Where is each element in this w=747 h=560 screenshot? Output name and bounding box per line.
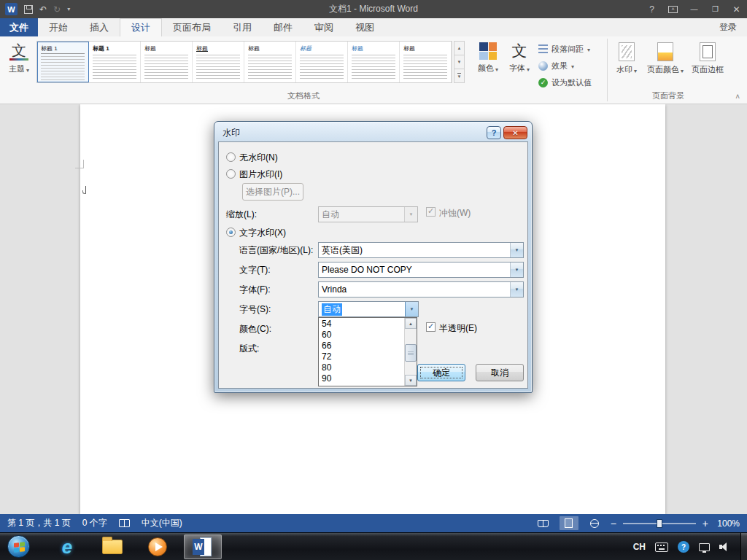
tab-insert[interactable]: 插入 — [79, 18, 120, 36]
themes-button[interactable]: 文 主题 — [4, 42, 34, 74]
language-combobox[interactable]: 英语(美国) — [318, 242, 524, 258]
tab-mailings[interactable]: 邮件 — [263, 18, 303, 36]
scrollbar-track[interactable] — [405, 329, 417, 375]
watermark-button[interactable]: 水印 — [611, 42, 642, 75]
help-icon[interactable] — [641, 0, 662, 18]
text-watermark-label[interactable]: 文字水印(X) — [239, 228, 286, 238]
set-as-default-button[interactable]: 设为默认值 — [538, 76, 608, 89]
font-combobox[interactable]: Vrinda — [318, 281, 524, 298]
tab-references[interactable]: 引用 — [222, 18, 263, 36]
zoom-out-icon[interactable]: − — [611, 518, 616, 529]
dialog-title-bar[interactable]: 水印 — [214, 122, 532, 141]
text-cursor — [85, 186, 86, 194]
taskbar-internet-explorer[interactable] — [48, 534, 86, 559]
dialog-help-icon[interactable] — [487, 126, 501, 139]
semitransparent-label[interactable]: 半透明(E) — [439, 323, 477, 333]
style-set-thumbnail[interactable]: 标题 — [141, 42, 193, 82]
show-desktop-button[interactable] — [740, 533, 747, 560]
paragraph-spacing-button[interactable]: 段落间距 — [538, 42, 608, 55]
scroll-down-icon[interactable] — [405, 375, 417, 386]
ribbon-display-options-icon[interactable] — [662, 0, 684, 18]
zoom-level[interactable]: 100% — [715, 518, 740, 529]
dialog-close-icon[interactable] — [503, 126, 527, 139]
no-watermark-label[interactable]: 无水印(N) — [239, 152, 278, 163]
zoom-slider[interactable] — [623, 523, 696, 524]
taskbar-file-explorer[interactable] — [93, 534, 131, 559]
tab-design[interactable]: 设计 — [120, 18, 162, 36]
collapse-ribbon-icon[interactable] — [735, 93, 740, 101]
style-set-thumbnail[interactable]: 标题 — [244, 42, 296, 82]
style-set-thumbnail[interactable]: 标题 — [296, 42, 348, 82]
chevron-down-icon[interactable] — [510, 282, 523, 297]
size-option[interactable]: 60 — [319, 330, 404, 341]
style-set-thumbnail[interactable]: 标题 1 — [89, 42, 141, 82]
customize-quick-access-icon[interactable] — [67, 7, 70, 12]
zoom-in-icon[interactable]: + — [703, 518, 708, 529]
page-borders-button[interactable]: 页面边框 — [687, 42, 728, 75]
style-set-thumbnail[interactable]: 标题 — [193, 42, 244, 82]
undo-icon[interactable] — [39, 5, 47, 14]
colors-button[interactable]: 颜色 — [474, 42, 502, 74]
print-layout-button[interactable] — [560, 516, 578, 530]
no-watermark-radio[interactable] — [226, 152, 236, 162]
color-label: 颜色(C): — [239, 324, 271, 334]
watermark-text-combobox[interactable]: Please DO NOT COPY — [318, 262, 524, 278]
picture-watermark-radio[interactable] — [226, 169, 236, 179]
page-color-button[interactable]: 页面颜色 — [646, 42, 684, 75]
minimize-icon[interactable] — [684, 0, 705, 18]
language-indicator[interactable]: 中文(中国) — [142, 517, 182, 529]
scrollbar-thumb[interactable] — [405, 344, 417, 362]
input-language-indicator[interactable]: CH — [633, 542, 646, 552]
cancel-button[interactable]: 取消 — [476, 364, 524, 381]
taskbar-word-active[interactable] — [184, 534, 222, 559]
web-layout-button[interactable] — [585, 516, 604, 530]
keyboard-layout-icon[interactable] — [655, 542, 668, 552]
tab-home[interactable]: 开始 — [38, 18, 79, 36]
text-watermark-radio[interactable] — [226, 228, 236, 237]
system-tray: CH — [633, 533, 729, 560]
restore-icon[interactable] — [705, 0, 726, 18]
volume-icon[interactable] — [719, 542, 729, 552]
scroll-up-icon[interactable] — [405, 318, 417, 329]
tab-page-layout[interactable]: 页面布局 — [162, 18, 222, 36]
semitransparent-checkbox[interactable] — [426, 322, 436, 332]
gallery-scroll-up-icon[interactable] — [454, 41, 465, 55]
tab-file[interactable]: 文件 — [0, 18, 38, 36]
zoom-slider-thumb[interactable] — [657, 519, 662, 528]
chevron-down-icon[interactable] — [510, 262, 523, 277]
colors-icon — [479, 42, 497, 60]
close-icon[interactable] — [726, 0, 747, 18]
proofing-status-icon[interactable] — [119, 519, 130, 527]
tab-review[interactable]: 审阅 — [303, 18, 344, 36]
style-set-thumbnail[interactable]: 标题 — [400, 42, 452, 82]
taskbar-media-player[interactable] — [139, 534, 177, 559]
chevron-down-icon[interactable] — [405, 302, 418, 316]
save-icon[interactable] — [24, 5, 33, 14]
size-option[interactable]: 54 — [319, 319, 404, 330]
chevron-down-icon[interactable] — [510, 243, 523, 257]
thumbnail-lines — [352, 55, 395, 79]
size-option[interactable]: 80 — [319, 362, 404, 373]
style-set-thumbnail[interactable]: 标题 1 — [37, 42, 89, 82]
size-option[interactable]: 66 — [319, 341, 404, 351]
dropdown-scrollbar[interactable] — [404, 318, 417, 386]
sign-in-link[interactable]: 登录 — [709, 18, 747, 36]
size-option[interactable]: 72 — [319, 351, 404, 362]
ok-button[interactable]: 确定 — [417, 364, 465, 381]
action-center-icon[interactable] — [678, 541, 689, 553]
gallery-more-icon[interactable] — [454, 69, 465, 83]
network-icon[interactable] — [699, 543, 710, 551]
fonts-button[interactable]: 文 字体 — [506, 42, 533, 74]
page-indicator[interactable]: 第 1 页，共 1 页 — [7, 517, 71, 529]
tab-view[interactable]: 视图 — [344, 18, 385, 36]
size-combobox[interactable]: 自动 — [318, 301, 419, 317]
size-option[interactable]: 90 — [319, 373, 404, 384]
word-count[interactable]: 0 个字 — [82, 517, 107, 529]
watermark-icon — [619, 42, 635, 61]
picture-watermark-label[interactable]: 图片水印(I) — [239, 169, 282, 179]
gallery-scroll-down-icon[interactable] — [454, 55, 465, 69]
read-mode-button[interactable] — [534, 516, 553, 530]
effects-button[interactable]: 效果 — [538, 59, 608, 72]
style-set-thumbnail[interactable]: 标题 — [348, 42, 400, 82]
start-button[interactable] — [7, 535, 30, 558]
